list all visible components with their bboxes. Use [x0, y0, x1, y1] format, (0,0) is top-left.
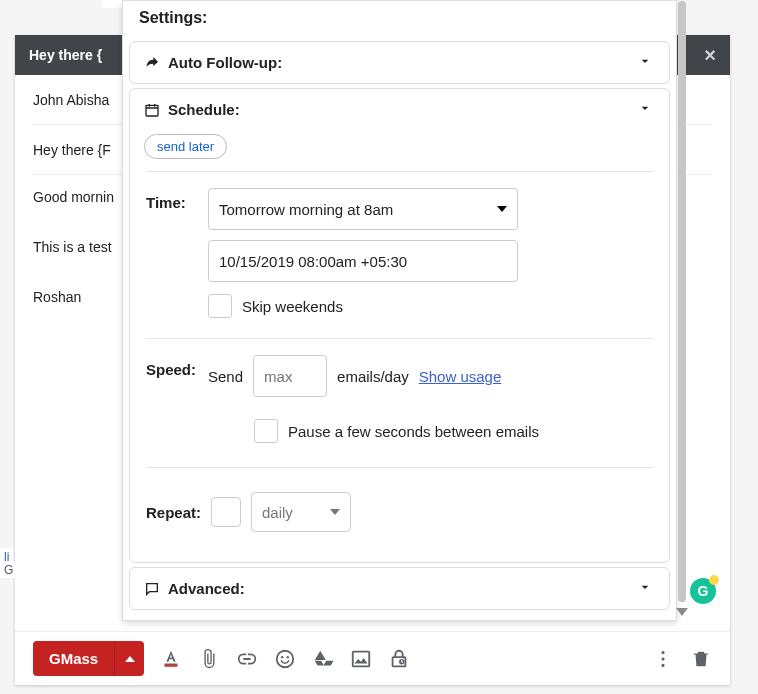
dropdown-triangle-icon	[497, 206, 507, 212]
speed-perday-text: emails/day	[337, 368, 409, 385]
speed-row: Speed: Send emails/day Show usage Pause …	[144, 339, 655, 443]
trash-icon[interactable]	[690, 648, 712, 670]
datetime-input[interactable]	[208, 240, 518, 282]
close-icon[interactable]: ×	[704, 44, 716, 67]
reply-icon	[144, 55, 160, 71]
settings-title: Settings:	[123, 1, 676, 37]
auto-followup-header[interactable]: Auto Follow-up:	[130, 42, 669, 83]
repeat-label: Repeat:	[146, 504, 201, 521]
time-preset-select[interactable]: Tomorrow morning at 8am	[208, 188, 518, 230]
svg-point-7	[661, 651, 664, 654]
auto-followup-label: Auto Follow-up:	[168, 54, 282, 71]
skip-weekends-row: Skip weekends	[208, 294, 653, 318]
confidential-icon[interactable]	[388, 648, 410, 670]
calendar-icon	[144, 102, 160, 118]
speed-label: Speed:	[146, 355, 208, 378]
repeat-count-input[interactable]	[211, 497, 241, 527]
auto-followup-card: Auto Follow-up:	[129, 41, 670, 84]
svg-rect-4	[353, 651, 370, 666]
svg-point-9	[661, 663, 664, 666]
pause-row: Pause a few seconds between emails	[254, 419, 653, 443]
settings-panel: Settings: Auto Follow-up: Schedule: send…	[122, 0, 677, 621]
grammarly-badge[interactable]: G	[690, 578, 716, 604]
svg-point-2	[281, 655, 283, 657]
time-label: Time:	[146, 188, 208, 211]
schedule-label: Schedule:	[168, 101, 240, 118]
link-icon[interactable]	[236, 648, 258, 670]
advanced-label: Advanced:	[168, 580, 245, 597]
drive-icon[interactable]	[312, 648, 334, 670]
repeat-unit-value: daily	[262, 504, 293, 521]
emoji-icon[interactable]	[274, 648, 296, 670]
advanced-header[interactable]: Advanced:	[130, 568, 669, 609]
repeat-row: Repeat: daily	[144, 468, 655, 544]
speed-send-text: Send	[208, 368, 243, 385]
image-icon[interactable]	[350, 648, 372, 670]
svg-rect-10	[146, 105, 158, 116]
schedule-header[interactable]: Schedule:	[130, 89, 669, 122]
chevron-down-icon	[637, 100, 653, 119]
gmass-button[interactable]: GMass	[33, 641, 114, 676]
caret-up-icon	[125, 656, 135, 662]
schedule-card: Schedule: send later Time: Tomorrow morn…	[129, 88, 670, 563]
svg-point-3	[287, 655, 289, 657]
pause-label: Pause a few seconds between emails	[288, 423, 539, 440]
show-usage-link[interactable]: Show usage	[419, 368, 502, 385]
chevron-down-icon	[637, 53, 653, 72]
scrollbar[interactable]	[678, 1, 686, 602]
svg-point-8	[661, 657, 664, 660]
svg-point-1	[277, 650, 294, 667]
more-icon[interactable]	[652, 648, 674, 670]
time-preset-value: Tomorrow morning at 8am	[219, 201, 393, 218]
scroll-down-icon[interactable]	[676, 608, 688, 616]
time-row: Time: Tomorrow morning at 8am Skip weeke…	[144, 172, 655, 318]
dropdown-triangle-icon	[330, 509, 340, 515]
gmass-button-group: GMass	[33, 641, 144, 676]
advanced-card: Advanced:	[129, 567, 670, 610]
chevron-down-icon	[637, 579, 653, 598]
notification-dot-icon	[709, 575, 719, 585]
format-icon[interactable]	[160, 648, 182, 670]
svg-rect-0	[165, 664, 178, 666]
skip-weekends-checkbox[interactable]	[208, 294, 232, 318]
left-fragment-2: G	[0, 562, 17, 578]
schedule-body: send later Time: Tomorrow morning at 8am…	[130, 122, 669, 562]
repeat-unit-select[interactable]: daily	[251, 492, 351, 532]
skip-weekends-label: Skip weekends	[242, 298, 343, 315]
send-later-pill[interactable]: send later	[144, 134, 227, 159]
speed-max-input[interactable]	[253, 355, 327, 397]
pause-checkbox[interactable]	[254, 419, 278, 443]
gmass-dropdown[interactable]	[114, 641, 144, 676]
compose-subject-preview: Hey there {	[29, 47, 102, 63]
compose-toolbar: GMass	[15, 631, 730, 685]
comment-icon	[144, 581, 160, 597]
attachment-icon[interactable]	[198, 648, 220, 670]
